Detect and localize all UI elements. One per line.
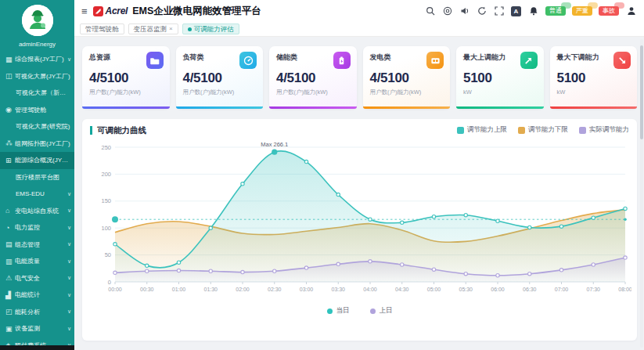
alarm-badge[interactable]: 普通 — [545, 6, 566, 16]
search-icon[interactable] — [425, 6, 435, 16]
svg-text:06:00: 06:00 — [491, 287, 505, 292]
tab-item[interactable]: 管理驾驶舱 — [80, 23, 124, 35]
chevron-down-icon: ∨ — [67, 275, 71, 281]
username: adminEnergy — [0, 41, 74, 48]
svg-text:00:00: 00:00 — [108, 287, 122, 292]
sidebar-item[interactable]: ▤组态管理∨ — [0, 236, 74, 254]
alarm-badge[interactable]: 严重 — [572, 6, 592, 16]
alarm-badges: 普通严重事故 — [545, 6, 619, 16]
stat-card-value: 4/5100 — [276, 70, 350, 86]
translate-icon[interactable]: A — [511, 6, 521, 16]
stat-card-arrow-up-right: 最大上调能力5100kW — [456, 46, 544, 109]
legend-item[interactable]: 实际调节能力 — [579, 125, 629, 135]
stat-card-battery: 储能类4/5100用户数(户)能力(kW) — [269, 46, 357, 109]
svg-text:03:00: 03:00 — [300, 287, 314, 292]
svg-text:50: 50 — [105, 251, 111, 258]
stat-card-value: 4/5100 — [89, 70, 163, 86]
chart-bottom-legend: 当日上日 — [90, 306, 629, 316]
svg-text:100: 100 — [101, 225, 111, 232]
svg-text:07:30: 07:30 — [586, 287, 600, 292]
config-icon: ▤ — [5, 240, 15, 248]
legend-label: 实际调节能力 — [589, 125, 629, 135]
close-icon[interactable]: × — [169, 26, 173, 32]
sidebar-item-label: 设备监测 — [15, 324, 66, 333]
sidebar-item[interactable]: ⊞能源综合概况(JY工厂) — [0, 152, 74, 169]
sidebar-item[interactable]: ⁂组网拓扑图(JY工厂) — [0, 135, 74, 153]
sidebar-item[interactable]: ◫可视化大屏(JY工厂) — [0, 68, 74, 85]
stat-card-value: 5100 — [557, 70, 631, 86]
user-icon[interactable] — [626, 6, 636, 16]
day-legend-item[interactable]: 当日 — [327, 306, 350, 316]
alarm-badge[interactable]: 事故 — [599, 6, 619, 16]
legend-swatch — [518, 127, 525, 134]
sidebar-item[interactable]: ▣设备监测∨ — [0, 320, 74, 337]
tab-item[interactable]: 变压器监测× — [128, 23, 178, 35]
tab-active[interactable]: 可调能力评估 — [182, 23, 239, 35]
stat-card-unit: kW — [557, 88, 631, 96]
sidebar-item[interactable]: 可视化大屏(研究院) — [0, 118, 74, 135]
sidebar-item[interactable]: ▦综合报表(JY工厂)∨ — [0, 51, 74, 68]
sidebar-item[interactable]: 医疗楼层平台图 — [0, 169, 74, 186]
chevron-down-icon: ∨ — [67, 207, 71, 214]
sidebar-item-label: EMS-EDU — [16, 190, 66, 197]
sidebar-item[interactable]: ◔电力监控∨ — [0, 219, 74, 236]
sidebar-item[interactable]: ⌂变电站综自系统∨ — [0, 203, 74, 220]
adjustable-capacity-line-chart[interactable]: 05010015020025000:0000:3001:0001:3002:00… — [90, 135, 631, 302]
sidebar-item-label: 组态管理 — [15, 240, 66, 249]
sidebar-item[interactable]: ▥电能质量∨ — [0, 253, 74, 270]
stat-card-accent-bar — [363, 106, 451, 110]
svg-text:05:30: 05:30 — [459, 287, 473, 292]
sidebar-item[interactable]: ◉管理驾驶舱 — [0, 102, 74, 119]
svg-text:150: 150 — [101, 197, 111, 204]
stat-card-unit: 用户数(户)能力(kW) — [183, 88, 257, 96]
sidebar-item-label: 管理驾驶舱 — [15, 106, 71, 114]
generator-icon — [426, 52, 444, 69]
sidebar-item-label: 电能质量 — [15, 257, 66, 265]
chart-title: 可调能力曲线 — [90, 126, 146, 135]
svg-text:02:30: 02:30 — [268, 287, 282, 292]
sidebar-item[interactable]: 可视化大屏（新版） — [0, 85, 74, 102]
stats-icon: ▟ — [5, 291, 15, 299]
scrollbar[interactable] — [640, 39, 643, 348]
fullscreen-icon[interactable] — [494, 6, 504, 16]
user-profile[interactable]: adminEnergy — [0, 0, 74, 48]
refresh-icon[interactable] — [477, 6, 487, 16]
sidebar-item[interactable]: ◰能耗分析∨ — [0, 304, 74, 321]
svg-text:250: 250 — [101, 144, 111, 151]
sidebar-item-label: 可视化大屏(研究院) — [16, 122, 71, 131]
chevron-down-icon: ∨ — [67, 241, 71, 247]
legend-item[interactable]: 调节能力下限 — [518, 125, 568, 135]
notifications-icon[interactable] — [528, 6, 538, 16]
safety-icon: ⚠ — [5, 274, 15, 282]
user-avatar[interactable] — [22, 5, 53, 36]
volume-icon[interactable] — [459, 6, 470, 16]
stat-card-folder: 总资源4/5100用户数(户)能力(kW) — [82, 46, 170, 109]
legend-dot-icon — [327, 309, 333, 314]
day-legend-item[interactable]: 上日 — [370, 306, 393, 316]
sidebar-item[interactable]: ⚠电气安全∨ — [0, 270, 74, 287]
settings-icon[interactable] — [442, 6, 452, 16]
menu-toggle-icon[interactable]: ≡ — [81, 5, 88, 17]
scrollbar-thumb[interactable] — [640, 45, 643, 139]
analysis-icon: ◰ — [5, 308, 15, 316]
sidebar-item-label: 电能统计 — [15, 290, 66, 299]
sidebar-item-label: 变电站综自系统 — [15, 207, 66, 215]
sidebar-item[interactable]: EMS-EDU∨ — [0, 186, 74, 203]
cockpit-icon: ◉ — [5, 106, 15, 114]
legend-item[interactable]: 调节能力上限 — [457, 125, 507, 135]
chevron-down-icon: ∨ — [67, 309, 71, 315]
stat-card-unit: 用户数(户)能力(kW) — [370, 88, 444, 96]
sidebar: adminEnergy ▦综合报表(JY工厂)∨◫可视化大屏(JY工厂)可视化大… — [0, 0, 74, 350]
sidebar-item[interactable]: ▟电能统计∨ — [0, 287, 74, 304]
stat-card-accent-bar — [176, 106, 264, 110]
sidebar-item-label: 综合报表(JY工厂) — [15, 55, 66, 63]
sidebar-collapse-bar[interactable] — [0, 345, 74, 350]
badge-count-bubble — [588, 2, 598, 9]
svg-text:02:00: 02:00 — [236, 287, 250, 292]
chart-card: 可调能力曲线 调节能力上限调节能力下限实际调节能力 05010015020025… — [82, 119, 637, 341]
stat-card-unit: 用户数(户)能力(kW) — [89, 88, 163, 96]
tab-label: 变压器监测 — [134, 26, 167, 33]
stat-card-value: 4/5100 — [370, 70, 444, 86]
tab-label: 管理驾驶舱 — [85, 26, 119, 33]
stat-card-arrow-down-right: 最大下调能力5100kW — [550, 46, 638, 109]
